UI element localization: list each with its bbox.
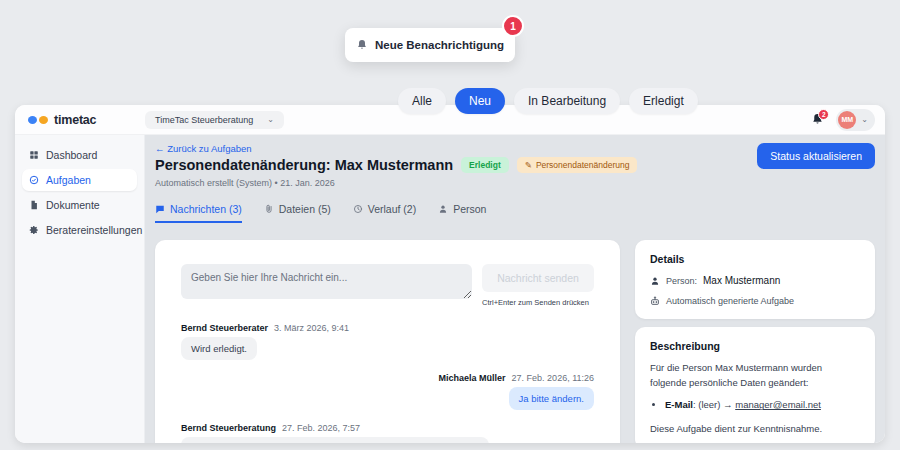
message-item: Michaela Müller 27. Feb. 2026, 11:26 Ja …: [181, 373, 594, 410]
chevron-down-icon: ⌄: [267, 118, 274, 122]
status-filters: Alle Neu In Bearbeitung Erledigt: [398, 88, 698, 114]
main-content: ← Zurück zu Aufgaben Personendatenänderu…: [145, 135, 885, 443]
gear-icon: [29, 225, 39, 235]
history-icon: [353, 204, 363, 214]
message-time: 27. Feb. 2026, 11:26: [512, 373, 594, 383]
message-item: Bernd Steuerberater 3. März 2026, 9:41 W…: [181, 323, 594, 360]
task-tabs: Nachrichten (3) Dateien (5) Verlauf (2): [155, 203, 875, 223]
bot-icon: [650, 296, 660, 306]
back-to-tasks-link[interactable]: ← Zurück zu Aufgaben: [155, 143, 637, 154]
workspace-select[interactable]: TimeTac Steuerberatung ⌄: [145, 111, 284, 129]
notifications-bell-button[interactable]: 2: [811, 113, 824, 126]
workspace-label: TimeTac Steuerberatung: [155, 115, 253, 125]
person-label: Person:: [666, 276, 697, 286]
app-logo: timetac: [15, 113, 145, 127]
description-intro: Für die Person Max Mustermann wurden fol…: [650, 361, 860, 390]
user-menu[interactable]: MM ⌄: [836, 109, 875, 131]
message-sender: Bernd Steuerberatung: [181, 423, 276, 433]
messages-panel: Nachricht senden Ctrl+Enter zum Senden d…: [155, 240, 620, 443]
pen-icon: ✎: [525, 160, 532, 170]
app-window: timetac TimeTac Steuerberatung ⌄ 2 MM ⌄ …: [15, 105, 885, 443]
chevron-down-icon: ⌄: [861, 118, 868, 122]
tab-nachrichten[interactable]: Nachrichten (3): [155, 203, 242, 223]
bell-icon: [356, 39, 368, 51]
status-badge: Erledigt: [461, 157, 509, 173]
details-heading: Details: [650, 253, 860, 265]
message-sender: Michaela Müller: [439, 373, 506, 383]
avatar: MM: [838, 111, 856, 129]
filter-alle[interactable]: Alle: [398, 88, 446, 114]
description-outro: Diese Aufgabe dient zur Kenntnisnahme.: [650, 422, 860, 437]
update-status-button[interactable]: Status aktualisieren: [757, 143, 875, 169]
message-bubble: Sollen die Kontaktinformationen auf unse…: [181, 437, 489, 443]
sidebar-item-label: Dokumente: [46, 199, 100, 211]
page-title: Personendatenänderung: Max Mustermann: [155, 157, 453, 173]
paperclip-icon: [264, 204, 274, 214]
tab-dateien[interactable]: Dateien (5): [264, 203, 331, 223]
auto-note: Automatisch generierte Aufgabe: [666, 296, 794, 306]
description-heading: Beschreibung: [650, 340, 860, 352]
message-input[interactable]: [181, 264, 472, 299]
message-time: 3. März 2026, 9:41: [274, 323, 349, 333]
filter-neu[interactable]: Neu: [455, 88, 505, 114]
person-icon: [438, 204, 448, 214]
tab-person[interactable]: Person: [438, 203, 486, 223]
send-hint: Ctrl+Enter zum Senden drücken: [482, 298, 594, 307]
message-item: Bernd Steuerberatung 27. Feb. 2026, 7:57…: [181, 423, 594, 443]
filter-in-bearbeitung[interactable]: In Bearbeitung: [514, 88, 620, 114]
message-bubble: Ja bitte ändern.: [509, 387, 595, 410]
sidebar-item-aufgaben[interactable]: Aufgaben: [22, 169, 137, 191]
task-type-badge: ✎ Personendatenänderung: [517, 157, 638, 173]
message-composer: Nachricht senden Ctrl+Enter zum Senden d…: [181, 264, 594, 307]
document-icon: [29, 200, 39, 210]
send-message-button[interactable]: Nachricht senden: [482, 264, 594, 292]
message-time: 27. Feb. 2026, 7:57: [282, 423, 360, 433]
brand-name: timetac: [54, 113, 96, 127]
filter-erledigt[interactable]: Erledigt: [629, 88, 698, 114]
sidebar-item-beratereinstellungen[interactable]: Beratereinstellungen: [22, 219, 137, 241]
person-value: Max Mustermann: [703, 275, 780, 286]
message-sender: Bernd Steuerberater: [181, 323, 268, 333]
check-circle-icon: [29, 175, 39, 185]
email-link[interactable]: manager@email.net: [735, 399, 821, 410]
sidebar-item-label: Dashboard: [46, 149, 97, 161]
toast-label: Neue Benachrichtigung: [375, 39, 504, 51]
tab-verlauf[interactable]: Verlauf (2): [353, 203, 416, 223]
toast-count-badge: 1: [502, 15, 524, 37]
description-panel: Beschreibung Für die Person Max Musterma…: [635, 327, 875, 443]
bell-count-badge: 2: [818, 109, 829, 120]
sidebar-item-label: Beratereinstellungen: [46, 224, 142, 236]
logo-dot-orange-icon: [39, 116, 48, 124]
message-bubble: Wird erledigt.: [181, 337, 257, 360]
logo-dot-blue-icon: [28, 116, 37, 124]
task-meta: Automatisch erstellt (System) • 21. Jan.…: [155, 178, 637, 188]
change-item: E-Mail: (leer) → manager@email.net: [665, 398, 860, 412]
notification-toast[interactable]: Neue Benachrichtigung 1: [345, 28, 515, 62]
sidebar-item-dokumente[interactable]: Dokumente: [22, 194, 137, 216]
message-list: Bernd Steuerberater 3. März 2026, 9:41 W…: [181, 323, 594, 443]
details-panel: Details Person: Max Mustermann: [635, 240, 875, 319]
person-icon: [650, 276, 660, 286]
dashboard-icon: [29, 150, 39, 160]
chat-icon: [155, 204, 165, 214]
sidebar: Dashboard Aufgaben Dokumente Beratereins…: [15, 135, 145, 443]
sidebar-item-dashboard[interactable]: Dashboard: [22, 144, 137, 166]
sidebar-item-label: Aufgaben: [46, 174, 91, 186]
